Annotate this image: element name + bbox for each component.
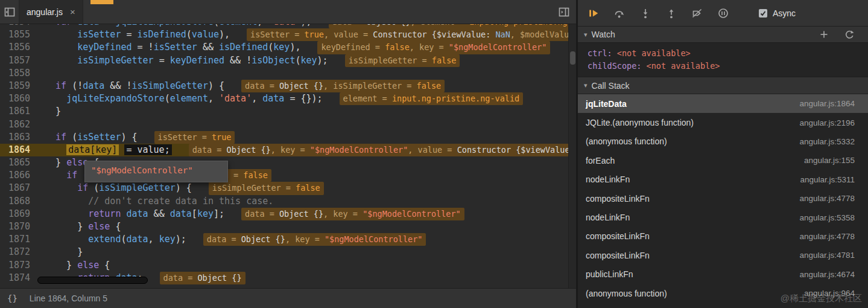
code-line: 1869 return data && data[key];data = Obj… <box>0 208 576 220</box>
code-line: 1856 keyDefined = !isSetter && isDefined… <box>0 41 576 54</box>
code-text: } else { <box>39 220 576 233</box>
disclosure-triangle-icon[interactable]: ▾ <box>584 82 588 89</box>
async-checkbox[interactable] <box>759 9 767 18</box>
step-into-icon <box>639 7 651 19</box>
line-number[interactable]: 1865 <box>0 156 39 169</box>
callstack-frame[interactable]: (anonymous function)angular.js:964 <box>578 284 868 303</box>
line-number[interactable]: 1864 <box>0 144 39 156</box>
inline-eval: data = Object {}, key = "$ngModelControl… <box>203 233 426 246</box>
watch-item[interactable]: childScope: <not available> <box>588 60 868 72</box>
line-number[interactable]: 1855 <box>0 28 39 41</box>
file-tab-bar: angular.js × <box>0 0 576 24</box>
inline-eval: isSimpleGetter = false <box>209 182 324 194</box>
callstack-frame[interactable]: publicLinkFnangular.js:4674 <box>578 265 868 284</box>
resume-icon <box>588 7 600 19</box>
debugger-sidebar: Async ▾ Watch c <box>578 0 868 308</box>
code-text: isSimpleGetter = keyDefined && !isObject… <box>39 54 576 67</box>
line-number[interactable]: 1874 <box>0 272 39 284</box>
code-line: 1870 } else { <box>0 220 576 233</box>
code-line: 1860 jqLiteExpandoStore(element, 'data',… <box>0 92 576 105</box>
code-line: 1863 if (isSetter) {isSetter = true <box>0 131 576 144</box>
debugger-toolbar: Async <box>578 0 868 27</box>
disclosure-triangle-icon[interactable]: ▾ <box>584 31 588 39</box>
callstack-list: jqLiteDataangular.js:1864JQLite.(anonymo… <box>578 94 868 308</box>
deactivate-breakpoints-icon <box>691 7 703 19</box>
tab-angular-js[interactable]: angular.js × <box>19 0 83 24</box>
async-label: Async <box>773 8 796 18</box>
watch-item[interactable]: ctrl: <not available> <box>588 47 868 60</box>
line-number[interactable]: 1872 <box>0 246 39 258</box>
callstack-frame[interactable]: jqLiteDataangular.js:1864 <box>578 94 868 113</box>
callstack-frame[interactable]: (anonymous function)angular.js:5332 <box>578 132 868 151</box>
code-text: if (isSetter) {isSetter = true <box>39 131 576 144</box>
resume-button[interactable] <box>588 7 600 19</box>
code-text: // don't create data in this case. <box>39 195 576 208</box>
line-number[interactable]: 1863 <box>0 131 39 144</box>
line-number[interactable]: 1860 <box>0 92 39 105</box>
refresh-watch-button[interactable] <box>844 29 855 40</box>
callstack-frame[interactable]: forEachangular.js:155 <box>578 151 868 170</box>
value-tooltip: "$ngModelController" <box>84 161 228 182</box>
line-number[interactable]: 1859 <box>0 80 39 92</box>
vertical-scrollbar[interactable] <box>568 24 576 288</box>
callstack-frame[interactable]: nodeLinkFnangular.js:5311 <box>578 170 868 189</box>
line-number[interactable]: 1866 <box>0 169 39 182</box>
callstack-frame[interactable]: compositeLinkFnangular.js:4781 <box>578 246 868 265</box>
code-text <box>39 67 576 80</box>
line-number[interactable]: 1867 <box>0 182 39 194</box>
code-text: keyDefined = !isSetter && isDefined(key)… <box>39 41 576 54</box>
close-tab-icon[interactable]: × <box>70 7 75 17</box>
show-navigator-icon <box>4 6 16 18</box>
toggle-sidebar-button[interactable] <box>558 6 570 18</box>
pause-on-exceptions-button[interactable] <box>717 7 729 19</box>
code-line: 1858 <box>0 67 576 80</box>
line-number[interactable]: 1870 <box>0 220 39 233</box>
toggle-navigator-button[interactable] <box>0 0 19 24</box>
line-number[interactable]: 1856 <box>0 41 39 54</box>
code-editor[interactable]: 1854 var data = jqLiteExpandoStore(eleme… <box>0 24 576 288</box>
step-into-button[interactable] <box>639 7 651 19</box>
horizontal-scrollbar-thumb[interactable] <box>37 277 148 284</box>
code-line: 1868 // don't create data in this case. <box>0 195 576 208</box>
inline-eval: isSetter = true <box>154 131 235 144</box>
async-toggle[interactable]: Async <box>759 8 796 18</box>
callstack-frame[interactable]: JQLite.(anonymous function)angular.js:21… <box>578 113 868 132</box>
code-text: data[key] = value;data = Object {}, key … <box>39 144 576 156</box>
orange-artifact <box>90 0 113 4</box>
pretty-print-icon[interactable]: {} <box>7 294 17 303</box>
code-line: 1855 isSetter = isDefined(value),isSette… <box>0 28 576 41</box>
callstack-section-header[interactable]: ▾ Call Stack <box>578 77 868 94</box>
devtools-sources-panel: angular.js × 1854 var data = jqLiteExpan… <box>0 0 868 308</box>
cursor-position: Line 1864, Column 5 <box>30 294 107 303</box>
step-over-button[interactable] <box>613 7 626 19</box>
vertical-scrollbar-thumb[interactable] <box>570 51 575 65</box>
callstack-frame[interactable]: compositeLinkFnangular.js:4778 <box>578 189 868 208</box>
editor-pane: angular.js × 1854 var data = jqLiteExpan… <box>0 0 576 308</box>
callstack-frame[interactable]: compositeLinkFnangular.js:4778 <box>578 227 868 246</box>
line-number[interactable]: 1858 <box>0 67 39 80</box>
code-line: 1867 if (isSimpleGetter) {isSimpleGetter… <box>0 182 576 194</box>
refresh-icon <box>844 30 855 40</box>
line-number[interactable]: 1862 <box>0 118 39 131</box>
line-number[interactable]: 1857 <box>0 54 39 67</box>
pause-on-exceptions-icon <box>717 7 729 19</box>
line-number[interactable]: 1873 <box>0 259 39 272</box>
line-number[interactable]: 1869 <box>0 208 39 220</box>
watch-section-header[interactable]: ▾ Watch <box>578 27 868 43</box>
code-text: return data && data[key];data = Object {… <box>39 208 576 220</box>
plus-icon <box>819 30 829 39</box>
line-number[interactable]: 1854 <box>0 24 39 28</box>
code-text: extend(data, key);data = Object {}, key … <box>39 233 576 246</box>
code-text: if (!data && !isSimpleGetter) {data = Ob… <box>39 80 576 92</box>
line-number[interactable]: 1871 <box>0 233 39 246</box>
callstack-frame[interactable]: nodeLinkFnangular.js:5358 <box>578 208 868 226</box>
tab-title: angular.js <box>27 7 63 17</box>
code-line: 1862 <box>0 118 576 131</box>
code-line: 1859 if (!data && !isSimpleGetter) {data… <box>0 80 576 92</box>
inline-eval: data = Object {}, isSimpleGetter = false <box>241 80 445 92</box>
deactivate-breakpoints-button[interactable] <box>691 7 703 19</box>
add-watch-button[interactable] <box>819 29 829 40</box>
line-number[interactable]: 1861 <box>0 105 39 118</box>
line-number[interactable]: 1868 <box>0 195 39 208</box>
step-out-button[interactable] <box>665 7 677 19</box>
